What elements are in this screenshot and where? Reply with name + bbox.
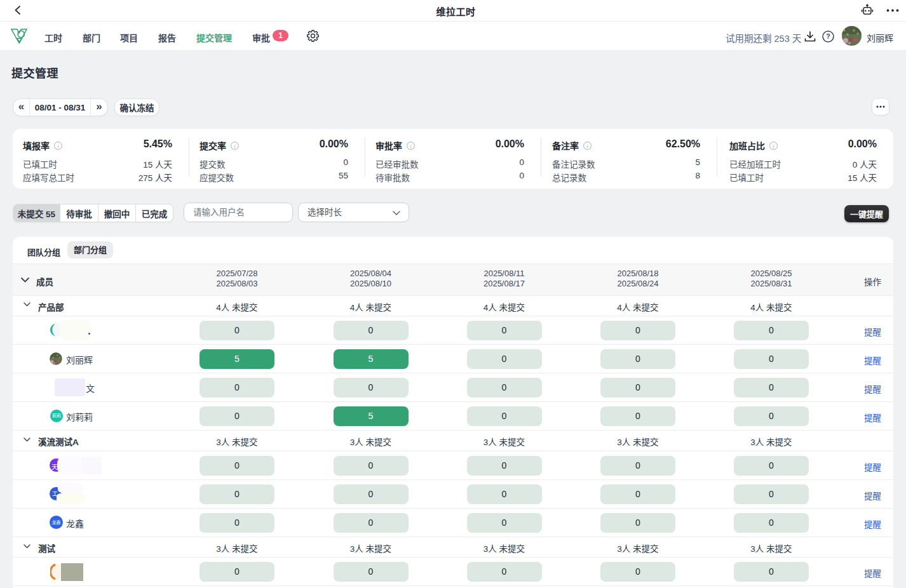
svg-text:?: ? [826, 32, 830, 40]
